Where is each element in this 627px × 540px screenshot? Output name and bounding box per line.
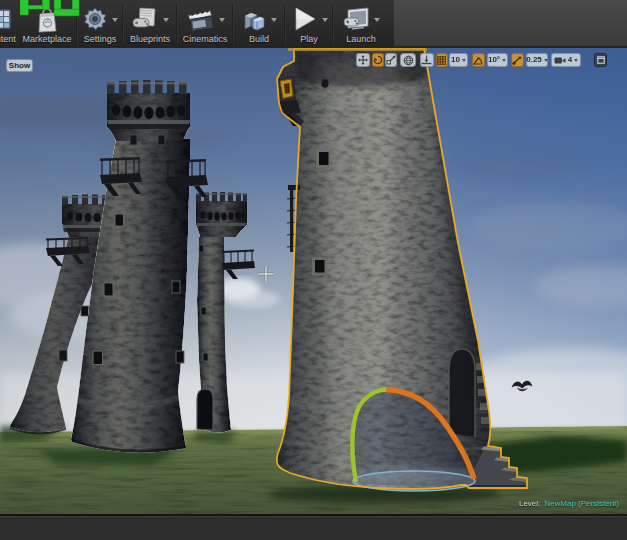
scale-snap-value-button[interactable]: 0.25 <box>526 53 548 67</box>
bottom-strip-highlight <box>0 516 627 517</box>
marketplace-button-label: Marketplace <box>22 34 71 44</box>
scale-snap-value: 0.25 <box>526 56 542 64</box>
cloud <box>460 152 580 180</box>
settings-button-label: Settings <box>84 34 117 44</box>
rotation-snap-icon <box>473 56 483 65</box>
viewport-3d[interactable]: Show <box>0 48 627 514</box>
maximize-icon <box>597 56 605 64</box>
cinematics-dropdown-caret[interactable] <box>219 18 225 22</box>
camera-speed-caret-icon <box>574 59 578 62</box>
watermark-pu <box>20 0 82 18</box>
rotation-snap-toggle-button[interactable] <box>472 53 485 67</box>
settings-dropdown-caret[interactable] <box>112 18 118 22</box>
content-button[interactable]: Content <box>0 0 18 48</box>
scale-snap-caret-icon <box>544 59 548 62</box>
toolbar-empty-area <box>394 0 627 48</box>
cinematics-button[interactable]: Cinematics <box>178 0 232 48</box>
play-button[interactable]: Play <box>286 0 332 48</box>
level-status-value: NewMap (Persistent) <box>544 499 619 508</box>
camera-speed-button[interactable]: 4 <box>551 53 581 67</box>
cinematics-clapperboard-icon <box>185 6 215 33</box>
scale-icon <box>386 55 396 65</box>
camera-speed-value: 4 <box>568 56 572 64</box>
cinematics-button-label: Cinematics <box>183 34 228 44</box>
grid-snap-caret-icon <box>462 59 466 62</box>
globe-icon <box>403 55 414 66</box>
launch-button-label: Launch <box>346 34 376 44</box>
level-status[interactable]: Level:NewMap (Persistent) <box>519 499 619 508</box>
scale-tool-button[interactable] <box>385 53 397 67</box>
grid-snap-toggle-button[interactable] <box>436 53 448 67</box>
camera-icon <box>554 56 566 65</box>
launch-dropdown-caret[interactable] <box>374 18 380 22</box>
unreal-editor-window: Content Marketplace <box>0 0 627 540</box>
rotate-tool-button[interactable] <box>372 53 384 67</box>
content-browser-edge <box>0 514 627 540</box>
blueprints-icon <box>131 6 159 32</box>
play-button-label: Play <box>300 34 318 44</box>
build-button[interactable]: Build <box>234 0 284 48</box>
rotation-snap-value-button[interactable]: 10° <box>487 53 508 67</box>
build-dropdown-caret[interactable] <box>271 18 277 22</box>
scale-snap-icon <box>512 56 522 65</box>
main-toolbar: Content Marketplace <box>0 0 627 48</box>
launch-icon <box>342 6 370 33</box>
crown-niche <box>158 135 165 145</box>
translate-icon <box>358 55 368 65</box>
settings-gear-icon <box>82 6 108 32</box>
build-icon <box>241 6 267 33</box>
scale-snap-toggle-button[interactable] <box>511 53 524 67</box>
launch-button[interactable]: Launch <box>334 0 388 48</box>
grid-snap-value-button[interactable]: 10 <box>449 53 468 67</box>
build-button-label: Build <box>249 34 269 44</box>
grid-snap-icon <box>437 56 446 65</box>
rotation-snap-value: 10° <box>488 56 500 64</box>
rotate-icon <box>373 55 383 65</box>
scene-3d <box>0 48 627 515</box>
crown-niche <box>130 135 137 145</box>
translate-tool-button[interactable] <box>356 53 370 67</box>
blueprints-dropdown-caret[interactable] <box>163 18 169 22</box>
tower-door <box>197 389 213 430</box>
viewport-toolbar: 10 10° 0.25 <box>2 53 626 69</box>
rotation-snap-caret-icon <box>502 59 506 62</box>
blueprints-button[interactable]: Blueprints <box>124 0 176 48</box>
surface-snap-button[interactable] <box>420 53 434 67</box>
level-status-label: Level: <box>519 499 540 508</box>
play-dropdown-caret[interactable] <box>322 18 328 22</box>
play-icon <box>290 5 318 33</box>
grid-snap-value: 10 <box>451 56 460 64</box>
blueprints-button-label: Blueprints <box>130 34 170 44</box>
cloud <box>224 290 280 308</box>
surface-snap-icon <box>421 55 432 65</box>
world-local-toggle-button[interactable] <box>400 53 416 67</box>
settings-button[interactable]: Settings <box>78 0 122 48</box>
content-button-label: Content <box>0 34 16 44</box>
maximize-viewport-button[interactable] <box>594 53 607 67</box>
content-browser-icon <box>0 6 13 32</box>
